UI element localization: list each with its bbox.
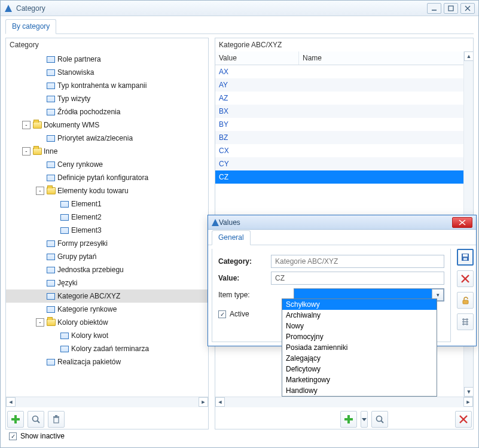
dialog-close-button[interactable] [452,217,472,228]
svg-rect-12 [344,418,353,420]
tree-toggle[interactable]: - [22,121,30,129]
scroll-left-icon[interactable]: ◄ [6,397,16,407]
svg-line-3 [465,6,470,11]
unlock-button[interactable] [457,292,474,309]
svg-line-2 [465,6,470,11]
active-checkbox[interactable]: ✓ Active [218,310,266,318]
item-icon [46,54,56,64]
tree-row[interactable]: Kategorie ABC/XYZ [6,289,208,303]
tree-row[interactable]: Jednostka przebiegu [6,263,208,276]
tree-row[interactable]: Role partnera [6,53,208,66]
item-type-dropdown[interactable]: SchyłkowyArchiwalnyNowyPromocyjnyPosiada… [282,298,437,397]
search-values-button[interactable] [371,411,388,428]
tree-label: Ceny rynkowe [57,160,103,169]
category-tree[interactable]: Role partneraStanowiskaTyp kontrahenta w… [6,51,208,371]
tree-row[interactable]: -Kolory obiektów [6,316,208,329]
scroll-down-icon[interactable]: ▼ [464,387,473,397]
scroll-left-icon[interactable]: ◄ [215,397,225,407]
scroll-right-icon[interactable]: ► [199,397,208,407]
dialog-tab-general[interactable]: General [212,230,251,245]
tree-label: Realizacja pakietów [57,358,121,366]
table-row[interactable]: AZ [215,92,473,105]
table-row[interactable]: CZ [215,170,473,184]
tree-row[interactable]: Stanowiska [6,66,208,79]
list-header: Kategorie ABC/XYZ [215,38,473,51]
tree-row[interactable]: Typ kontrahenta w kampanii [6,79,208,92]
tree-row[interactable]: Formy przesyłki [6,237,208,250]
cancel-button[interactable] [457,270,474,287]
tree-row[interactable]: -Elementy kodu towaru [6,184,208,197]
tree-hscroll[interactable]: ◄ ► [6,397,208,407]
tree-label: Elementy kodu towaru [57,187,129,195]
tree-row[interactable]: Ceny rynkowe [6,158,208,171]
tree-row[interactable]: Element1 [6,197,208,211]
table-row[interactable]: CY [215,157,473,170]
tree-row[interactable]: Typ wizyty [6,92,208,105]
col-value[interactable]: Value [215,51,299,65]
list-hscroll[interactable]: ◄ ► [215,397,473,407]
item-icon [60,212,69,222]
search-button[interactable] [28,411,44,428]
scroll-up-icon[interactable]: ▲ [464,51,473,61]
grid-body[interactable]: AXAYAZBXBYBZCXCYCZ [215,65,473,184]
tree-label: Języki [57,279,77,287]
table-row[interactable]: AY [215,78,473,92]
tab-by-category[interactable]: By category [5,19,56,34]
table-row[interactable]: BX [215,105,473,118]
dropdown-option[interactable]: Nowy [282,321,437,331]
value-label: Value: [218,274,266,282]
table-row[interactable]: BZ [215,131,473,144]
close-window-button[interactable] [460,3,475,14]
dropdown-option[interactable]: Marketingowy [282,374,437,385]
tree-row[interactable]: Kolory zadań terminarza [6,342,208,355]
folder-icon [46,186,56,196]
show-inactive-checkbox[interactable]: ✓ Show inactive [9,432,65,440]
checkbox-box: ✓ [218,310,226,318]
history-button[interactable] [457,313,474,330]
maximize-button[interactable] [444,3,458,14]
table-row[interactable]: AX [215,65,473,78]
add-value-dropdown[interactable] [361,411,368,428]
tree-row[interactable]: Realizacja pakietów [6,355,208,368]
dropdown-option[interactable]: Schyłkowy [282,299,437,310]
tree-label: Formy przesyłki [57,239,108,248]
add-category-button[interactable] [7,411,24,428]
tree-toggle[interactable]: - [22,147,30,156]
save-button[interactable] [457,249,474,266]
dropdown-option[interactable]: Posiada zamienniki [282,342,437,353]
minimize-button[interactable] [427,3,441,14]
svg-rect-20 [463,254,468,257]
tree-row[interactable]: Kolory kwot [6,329,208,342]
value-field[interactable]: CZ [271,272,444,285]
delete-button[interactable] [48,411,65,428]
show-inactive-label: Show inactive [20,432,65,440]
col-name[interactable]: Name [299,51,473,65]
tree-row[interactable]: -Dokumenty WMS [6,118,208,132]
dropdown-option[interactable]: Zalegający [282,353,437,364]
tree-label: Grupy pytań [57,252,96,261]
tree-row[interactable]: Element3 [6,224,208,237]
tree-row[interactable]: Grupy pytań [6,250,208,263]
table-row[interactable]: CX [215,144,473,157]
tree-row[interactable]: Definicje pytań konfiguratora [6,171,208,184]
tree-label: Dokumenty WMS [44,121,99,129]
tree-row[interactable]: Kategorie rynkowe [6,303,208,316]
tree-label: Element2 [71,213,102,221]
tree-toolbar [6,407,208,429]
dropdown-option[interactable]: Deficytowy [282,364,437,374]
dropdown-option[interactable]: Handlowy [282,385,437,396]
tree-row[interactable]: -Inne [6,145,208,158]
tree-toggle[interactable]: - [36,187,44,195]
scroll-right-icon[interactable]: ► [463,397,473,407]
tree-row[interactable]: Źródła pochodzenia [6,105,208,118]
tree-row[interactable]: Element2 [6,211,208,224]
dropdown-option[interactable]: Promocyjny [282,331,437,342]
table-row[interactable]: BY [215,118,473,131]
delete-value-button[interactable] [455,411,472,428]
tree-toggle[interactable]: - [36,318,44,327]
add-value-button[interactable] [340,411,357,428]
tree-row[interactable]: Priorytet awiza/zlecenia [6,132,208,145]
dropdown-option[interactable]: Archiwalny [282,310,437,321]
tree-row[interactable]: Języki [6,276,208,289]
tree-label: Priorytet awiza/zlecenia [57,134,133,142]
